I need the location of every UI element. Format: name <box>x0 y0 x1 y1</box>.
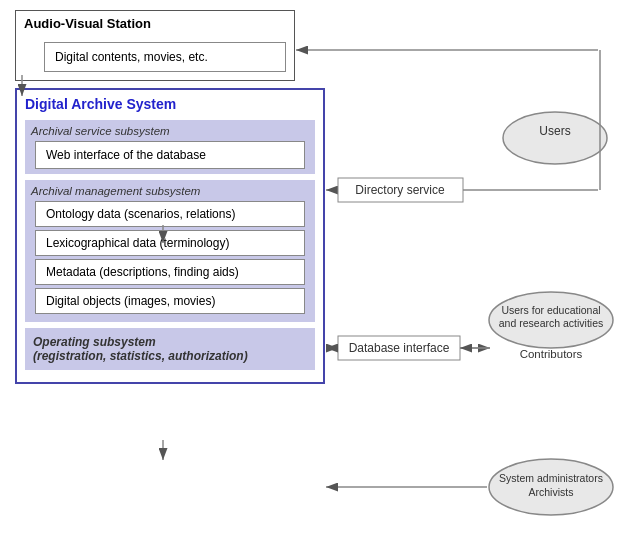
archival-service-title: Archival service subsystem <box>31 125 309 137</box>
archivists-label: Archivists <box>529 486 574 498</box>
web-interface-box: Web interface of the database <box>35 141 305 169</box>
edu-research-label: Users for educational <box>501 304 600 316</box>
av-station-content: Digital contents, movies, etc. <box>16 36 294 80</box>
operating-title: Operating subsystem(registration, statis… <box>33 335 307 363</box>
users-label: Users <box>539 124 570 138</box>
svg-point-18 <box>489 459 613 515</box>
archival-mgmt-subsystem: Archival management subsystem Ontology d… <box>25 180 315 322</box>
mgmt-item-ontology: Ontology data (scenarios, relations) <box>35 201 305 227</box>
av-station-box: Audio-Visual Station Digital contents, m… <box>15 10 295 81</box>
edu-research-label2: and research activities <box>499 317 603 329</box>
svg-point-4 <box>503 112 607 164</box>
diagram-container: Audio-Visual Station Digital contents, m… <box>0 0 631 539</box>
sysadmin-label: System administrators <box>499 472 603 484</box>
svg-rect-13 <box>338 336 460 360</box>
mgmt-item-lexicographical: Lexicographical data (terminology) <box>35 230 305 256</box>
mgmt-item-metadata: Metadata (descriptions, finding aids) <box>35 259 305 285</box>
operating-subsystem: Operating subsystem(registration, statis… <box>25 328 315 370</box>
mgmt-item-digital-objects: Digital objects (images, movies) <box>35 288 305 314</box>
contributors-label: Contributors <box>520 348 583 360</box>
av-station-title: Audio-Visual Station <box>16 11 294 36</box>
av-inner-box: Digital contents, movies, etc. <box>44 42 286 72</box>
svg-rect-8 <box>338 178 463 202</box>
database-interface-label: Database interface <box>349 341 450 355</box>
svg-point-17 <box>489 292 613 348</box>
archival-mgmt-title: Archival management subsystem <box>31 185 309 197</box>
das-title: Digital Archive System <box>17 90 323 116</box>
directory-service-label: Directory service <box>355 183 445 197</box>
archival-service-subsystem: Archival service subsystem Web interface… <box>25 120 315 174</box>
das-box: Digital Archive System Archival service … <box>15 88 325 384</box>
